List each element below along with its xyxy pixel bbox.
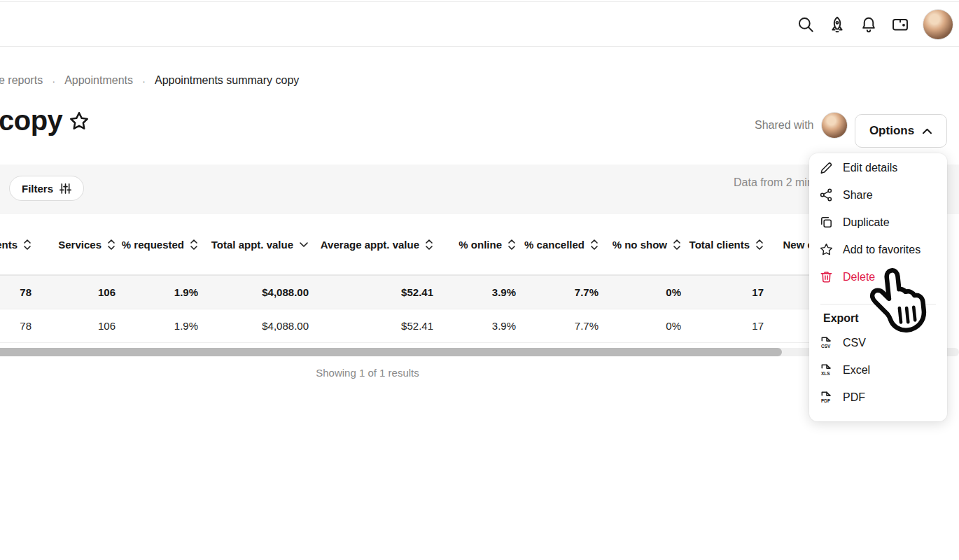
table-cell: 78 — [0, 309, 31, 342]
totals-cell: 17 — [681, 276, 764, 309]
file-csv-icon: CSV — [819, 335, 834, 350]
column-header-appointments[interactable]: Appointments — [0, 214, 31, 274]
options-dropdown-menu: Edit details Share Duplicate Add to favo… — [809, 153, 947, 421]
table-row: 78 106 1.9% $4,088.00 $52.41 3.9% 7.7% 0… — [0, 309, 855, 343]
totals-cell: 106 — [31, 276, 115, 309]
svg-text:PDF: PDF — [821, 398, 830, 403]
column-header-average-appt-value[interactable]: Average appt. value — [309, 214, 433, 274]
file-pdf-icon: PDF — [819, 390, 834, 405]
favorite-star-icon[interactable] — [69, 111, 90, 132]
results-count-text: Showing 1 of 1 results — [316, 367, 419, 379]
menu-item-edit-details[interactable]: Edit details — [809, 154, 947, 181]
table-cell: 7.7% — [516, 309, 598, 342]
wallet-icon[interactable] — [891, 15, 909, 34]
column-header-requested[interactable]: % requested — [115, 214, 198, 274]
sort-both-icon — [673, 239, 681, 251]
chevron-up-icon — [922, 128, 932, 134]
table-cell: $4,088.00 — [198, 309, 309, 342]
file-xls-icon: XLS — [819, 363, 834, 377]
menu-item-delete[interactable]: Delete — [809, 263, 947, 290]
column-header-total-appt-value[interactable]: Total appt. value — [198, 214, 309, 274]
search-icon[interactable] — [797, 15, 815, 34]
table-cell: 1.9% — [115, 309, 198, 342]
sort-both-icon — [755, 239, 764, 251]
shared-with: Shared with — [755, 112, 848, 139]
shared-user-avatar[interactable] — [821, 112, 848, 139]
totals-cell: 1.9% — [115, 276, 198, 309]
breadcrumb-separator: · — [142, 75, 146, 87]
sort-both-icon — [23, 239, 31, 251]
star-icon — [819, 242, 834, 257]
sort-both-icon — [507, 239, 516, 251]
menu-item-export-csv[interactable]: CSV CSV — [809, 329, 947, 356]
totals-cell: $52.41 — [309, 276, 433, 309]
sort-both-icon — [590, 239, 598, 251]
totals-cell: 7.7% — [516, 276, 598, 309]
sliders-icon — [59, 183, 71, 195]
table-cell: 106 — [31, 309, 115, 342]
share-nodes-icon — [819, 188, 834, 202]
notifications-bell-icon[interactable] — [860, 15, 878, 34]
filters-button[interactable]: Filters — [9, 176, 84, 201]
menu-item-duplicate[interactable]: Duplicate — [809, 209, 947, 236]
menu-divider — [820, 304, 936, 304]
menu-item-add-to-favorites[interactable]: Add to favorites — [809, 236, 947, 263]
svg-text:XLS: XLS — [821, 371, 830, 376]
breadcrumb: ce reports · Appointments · Appointments… — [0, 74, 299, 87]
menu-item-export-excel[interactable]: XLS Excel — [809, 356, 947, 384]
table-cell: $52.41 — [309, 309, 433, 342]
totals-cell: 0% — [598, 276, 681, 309]
column-header-services[interactable]: Services — [31, 214, 115, 274]
horizontal-scrollbar-thumb[interactable] — [0, 348, 782, 356]
column-header-no-show[interactable]: % no show — [598, 214, 681, 274]
table-cell: 17 — [681, 309, 764, 342]
table-cell: 3.9% — [433, 309, 516, 342]
page-title: copy — [0, 105, 90, 136]
user-avatar[interactable] — [923, 9, 953, 40]
export-section-label: Export — [809, 311, 947, 326]
pencil-icon — [819, 160, 834, 175]
filters-button-label: Filters — [22, 183, 53, 195]
options-button[interactable]: Options — [855, 114, 947, 148]
table-cell: 0% — [598, 309, 681, 342]
breadcrumb-item-current: Appointments summary copy — [155, 74, 299, 87]
top-app-bar — [0, 2, 959, 47]
menu-item-share[interactable]: Share — [809, 181, 947, 209]
trash-icon — [819, 270, 834, 284]
totals-cell: 78 — [0, 276, 31, 309]
copy-icon — [819, 215, 834, 230]
options-button-label: Options — [869, 124, 914, 138]
svg-text:CSV: CSV — [821, 344, 831, 349]
data-freshness-text: Data from 2 min — [734, 176, 813, 189]
totals-cell: 3.9% — [433, 276, 516, 309]
sort-both-icon — [425, 239, 433, 251]
column-header-total-clients[interactable]: Total clients — [681, 214, 764, 274]
page-title-text: copy — [0, 105, 62, 136]
menu-item-export-pdf[interactable]: PDF PDF — [809, 384, 947, 411]
column-header-cancelled[interactable]: % cancelled — [516, 214, 598, 274]
table-totals-row: 78 106 1.9% $4,088.00 $52.41 3.9% 7.7% 0… — [0, 276, 855, 309]
sort-desc-icon — [299, 241, 309, 248]
breadcrumb-item-reports[interactable]: ce reports — [0, 74, 43, 87]
table-header-row: Appointments Services % requested Total … — [0, 214, 855, 276]
rocket-icon[interactable] — [828, 15, 846, 34]
sort-both-icon — [190, 239, 198, 251]
shared-with-label: Shared with — [755, 119, 814, 132]
report-table: Appointments Services % requested Total … — [0, 214, 855, 343]
totals-cell: $4,088.00 — [198, 276, 309, 309]
breadcrumb-item-appointments[interactable]: Appointments — [64, 74, 133, 87]
breadcrumb-separator: · — [52, 75, 55, 87]
sort-both-icon — [107, 239, 115, 251]
column-header-online[interactable]: % online — [433, 214, 516, 274]
